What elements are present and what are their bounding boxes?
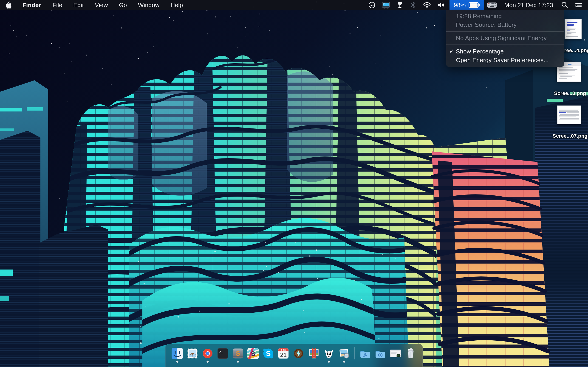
dock: >_ S [165,344,423,367]
menu-item-open-energy-saver[interactable]: Open Energy Saver Preferences... [446,56,564,65]
apple-icon [5,1,11,9]
display-icon [382,1,390,9]
desktop-icon-label: Scree...07.png [551,133,588,139]
menu-bar-clock[interactable]: Mon 21 Dec 17:23 [500,2,558,9]
menu-item-label: Show Percentage [456,48,504,55]
menu-separator [446,31,564,32]
dock-mail[interactable] [187,348,198,359]
dock-separator [355,347,355,359]
status-item-bluetooth[interactable] [407,0,420,10]
checkmark-icon: ✓ [449,48,454,55]
svg-text:S: S [236,350,240,357]
status-item-circle[interactable] [365,0,379,10]
menu-view[interactable]: View [89,0,113,10]
menu-file[interactable]: File [47,0,68,10]
volume-icon [437,1,445,9]
svg-text:A: A [363,352,367,358]
file-thumbnail [565,19,582,39]
menu-item-label: Open Energy Saver Preferences... [456,57,549,64]
dock-preview[interactable] [338,348,350,359]
svg-text:DEC: DEC [281,349,286,351]
circle-indicator-icon [368,1,376,9]
dock-applications-folder[interactable]: A [359,348,371,359]
dock-finder[interactable] [172,348,183,359]
battery-icon [468,1,480,9]
apple-menu[interactable] [0,0,17,10]
dock-sublime-text[interactable]: S [232,348,244,359]
svg-text:>_: >_ [219,350,223,354]
search-icon [561,1,569,9]
battery-percentage: 98% [454,2,466,9]
menu-window[interactable]: Window [132,0,165,10]
menu-item-no-apps-energy: No Apps Using Significant Energy [446,34,564,42]
dock-coconutbattery[interactable] [293,348,304,359]
running-indicator-dot [176,361,179,363]
menu-item-show-percentage[interactable]: ✓ Show Percentage [446,47,564,56]
svg-text:S: S [251,350,255,357]
dock-trash[interactable] [405,348,416,359]
desktop-icon-label: Scree...3.png [551,90,588,96]
battery-dropdown-menu: 19:28 Remaining Power Source: Battery No… [446,10,564,67]
menu-go[interactable]: Go [113,0,132,10]
status-item-spotlight[interactable] [558,0,571,10]
desktop-icon-screenshot-07[interactable]: Scree...07.png [551,106,588,140]
status-area: 98% [365,0,588,10]
svg-text:21: 21 [280,352,287,358]
keyboard-icon [487,1,497,9]
wifi-icon [423,1,431,9]
battery-menu-extra[interactable]: 98% [450,0,484,10]
wine-glass-icon [396,1,404,9]
running-indicator-dot [328,361,330,363]
dock-parallels-desktop[interactable] [308,348,320,359]
menu-item-power-source: Power Source: Battery [446,20,564,29]
status-item-keyboard[interactable] [484,0,500,10]
status-item-display[interactable] [379,0,393,10]
dock-terminal[interactable]: >_ [217,348,229,359]
menu-bar: Finder File Edit View Go Window Help [0,0,588,10]
dock-minimized-window[interactable] [390,348,401,359]
bluetooth-icon [410,1,417,9]
dock-skype[interactable]: S [262,348,274,359]
dock-downloads-folder[interactable] [375,348,386,359]
menu-item-time-remaining: 19:28 Remaining [446,12,564,20]
menu-finder[interactable]: Finder [17,0,47,10]
svg-text:S: S [266,350,271,358]
menu-help[interactable]: Help [165,0,188,10]
dock-slack[interactable]: S [247,348,259,359]
desktop-icon-screenshot-3[interactable]: Scree...3.png [551,62,588,97]
dock-calendar[interactable]: DEC 21 [278,348,289,359]
status-item-wine[interactable] [393,0,407,10]
status-item-wifi[interactable] [420,0,434,10]
menu-edit[interactable]: Edit [68,0,89,10]
dock-chrome[interactable] [202,348,213,359]
status-item-notification-center[interactable] [571,0,586,10]
running-indicator-dot [207,361,209,363]
dock-foobar2000[interactable] [323,348,335,359]
status-item-volume[interactable] [434,0,448,10]
running-indicator-dot [237,361,239,363]
file-thumbnail [557,106,581,124]
notification-center-icon [574,1,583,9]
running-indicator-dot [343,361,345,363]
menu-separator [446,44,564,45]
